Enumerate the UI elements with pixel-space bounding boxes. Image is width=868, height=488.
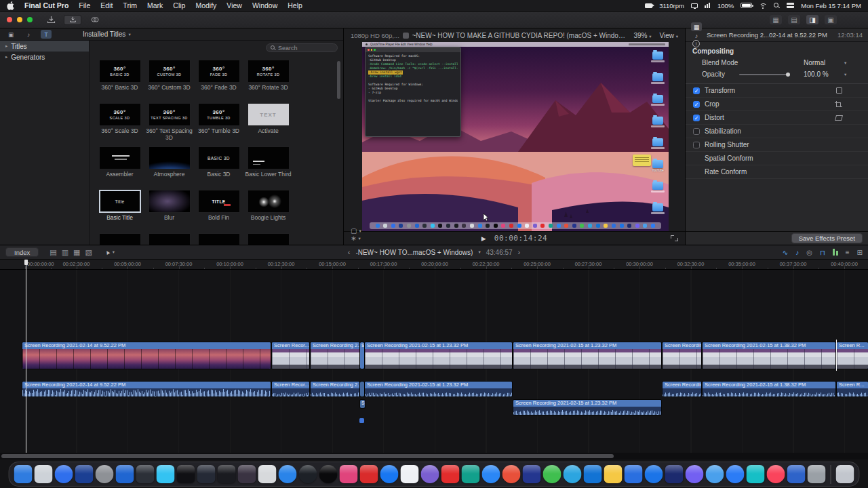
effect-checkbox[interactable]: ✓	[693, 101, 700, 108]
dock-icon-purple-app[interactable]	[421, 465, 439, 483]
opacity-slider-knob[interactable]	[786, 73, 790, 77]
dock-icon-mail[interactable]	[75, 465, 94, 483]
dock-icon-facebook[interactable]	[380, 465, 399, 483]
audio-clip[interactable]: S	[360, 400, 365, 408]
dock-icon-fitness[interactable]	[319, 465, 338, 483]
stats-icon[interactable]	[705, 3, 711, 8]
menu-view[interactable]: View	[226, 1, 242, 9]
audio-media-icon[interactable]: ♪	[23, 30, 34, 39]
viewer-canvas[interactable]: QuickTime Player File Edit View Window H…	[362, 42, 669, 231]
save-effects-preset-button[interactable]: Save Effects Preset	[791, 233, 863, 243]
effect-checkbox[interactable]	[693, 128, 700, 135]
import-media-icon[interactable]	[47, 16, 56, 24]
dock-icon-podcasts[interactable]	[197, 465, 216, 483]
inspector-toggle-icon[interactable]: ◨	[806, 15, 818, 24]
dock-icon-safari[interactable]	[55, 465, 73, 483]
titles-media-icon[interactable]: T	[41, 30, 52, 39]
active-app-name[interactable]: Final Cut Pro	[24, 1, 68, 9]
dock-icon-quicktime[interactable]	[136, 465, 155, 483]
dock-icon-system-preferences[interactable]	[96, 465, 114, 483]
dock-icon-finder[interactable]	[14, 465, 33, 483]
dock-icon-navy-app-2[interactable]	[665, 465, 684, 483]
close-window-button[interactable]	[7, 17, 12, 22]
opacity-value[interactable]: 100.0 %	[804, 70, 829, 78]
dock-icon-launchpad[interactable]	[35, 465, 53, 483]
menu-bar-clock[interactable]: Mon Feb 15 7:14 PM	[801, 2, 861, 9]
dock-icon-blue-circle-app[interactable]	[482, 465, 500, 483]
dock-icon-apple-music[interactable]	[767, 465, 785, 483]
dock-icon-pink-app[interactable]	[340, 465, 358, 483]
zoom-window-button[interactable]	[27, 17, 33, 22]
playhead[interactable]	[26, 260, 26, 453]
menu-mark[interactable]: Mark	[147, 1, 163, 9]
dock-icon-white-app[interactable]	[401, 465, 419, 483]
rpm-status[interactable]: 3110rpm	[659, 2, 684, 9]
wifi-icon[interactable]	[759, 3, 766, 9]
title-item[interactable]: Basic Lower Third	[245, 146, 292, 190]
effect-checkbox[interactable]: ✓	[693, 115, 700, 121]
control-center-icon[interactable]	[787, 3, 794, 8]
distort-icon[interactable]	[835, 115, 843, 121]
battery-icon[interactable]	[741, 3, 752, 8]
title-item[interactable]: 360°FADE 3D360° Fade 3D	[195, 60, 243, 103]
next-project-icon[interactable]: ›	[518, 248, 521, 256]
transform-icon[interactable]	[836, 87, 842, 94]
audio-inspector-icon[interactable]: ♪	[691, 31, 702, 40]
skimming-icon[interactable]: ∿	[783, 249, 788, 256]
title-item[interactable]: 360°BASIC 3D360° Basic 3D	[96, 60, 144, 103]
search-icon[interactable]	[773, 2, 780, 9]
video-inspector-icon[interactable]: ▦	[691, 22, 702, 31]
apple-menu-icon[interactable]	[7, 1, 15, 9]
title-item[interactable]: 360°ROTATE 3D360° Rotate 3D	[245, 60, 292, 103]
dock-icon-yellow-app[interactable]	[604, 465, 623, 483]
dock-icon-blue-app-2[interactable]	[787, 465, 806, 483]
title-item[interactable]: 360°TEXT SPACING 3D360° Text Spacing 3D	[146, 103, 193, 146]
search-field[interactable]: Search	[266, 43, 338, 52]
timeline-tool-icon-2[interactable]: ▥	[62, 248, 68, 257]
chevron-down-icon[interactable]: ▾	[478, 249, 480, 255]
solo-icon[interactable]: ◎	[806, 249, 812, 256]
dock-icon-photo-booth[interactable]	[218, 465, 236, 483]
share-icon[interactable]: ▣	[825, 15, 837, 24]
menu-trim[interactable]: Trim	[123, 1, 137, 9]
photos-media-icon[interactable]: ▣	[5, 30, 16, 39]
audio-skimming-icon[interactable]: ♪	[795, 249, 799, 256]
title-item[interactable]: Atmosphere	[146, 146, 193, 190]
dock-icon-whatsapp[interactable]	[543, 465, 561, 483]
transform-tool-menu[interactable]: ▢▾	[351, 227, 361, 235]
fullscreen-icon[interactable]	[671, 235, 678, 241]
dock-icon-messenger[interactable]	[726, 465, 745, 483]
title-item[interactable]: Assembler	[96, 146, 144, 190]
dock-icon-phone-app[interactable]	[584, 465, 602, 483]
title-item[interactable]: TEXTActivate	[245, 103, 292, 146]
browser-header[interactable]: Installed Titles ▾	[83, 30, 131, 38]
menu-help[interactable]: Help	[288, 1, 302, 9]
minimize-window-button[interactable]	[17, 17, 22, 22]
menu-edit[interactable]: Edit	[100, 1, 113, 9]
arrow-tool-menu[interactable]: ▲ ▾	[104, 249, 115, 256]
title-item[interactable]: TITLEBold Fin	[195, 190, 243, 233]
zoom-level-menu[interactable]: 39% ▾	[633, 32, 651, 39]
chevron-down-icon[interactable]: ▾	[844, 60, 846, 66]
title-item[interactable]: BASIC 3DBasic 3D	[195, 146, 243, 190]
battery-percent[interactable]: 100%	[717, 2, 734, 9]
timeline-tool-icon-4[interactable]: ▧	[85, 248, 92, 257]
snapping-icon[interactable]: ⊓	[820, 249, 825, 256]
browser-scrollbar[interactable]	[337, 61, 340, 99]
title-item[interactable]: TitleBasic Title	[96, 190, 144, 233]
dock-icon-teal-app[interactable]	[747, 465, 765, 483]
effect-checkbox[interactable]	[693, 142, 700, 148]
dock-icon-youtube[interactable]	[441, 465, 460, 483]
timeline-tool-icon-1[interactable]: ▤	[50, 248, 56, 257]
effects-tool-menu[interactable]: ∗▾	[351, 235, 361, 242]
dock-icon-tv[interactable]	[177, 465, 195, 483]
dock-icon-clock[interactable]	[299, 465, 317, 483]
crop-icon[interactable]	[835, 101, 842, 107]
sidebar-item-generators[interactable]: ▸Generators	[0, 52, 89, 62]
dock-icon-netflix[interactable]	[360, 465, 378, 483]
opacity-slider[interactable]	[739, 74, 788, 75]
timeline-project-name[interactable]: -NEW~ HOW TO...macOS + Windows)	[355, 249, 473, 256]
blend-mode-value[interactable]: Normal	[804, 59, 825, 66]
dock-icon-app-store[interactable]	[645, 465, 663, 483]
menu-modify[interactable]: Modify	[195, 1, 216, 9]
